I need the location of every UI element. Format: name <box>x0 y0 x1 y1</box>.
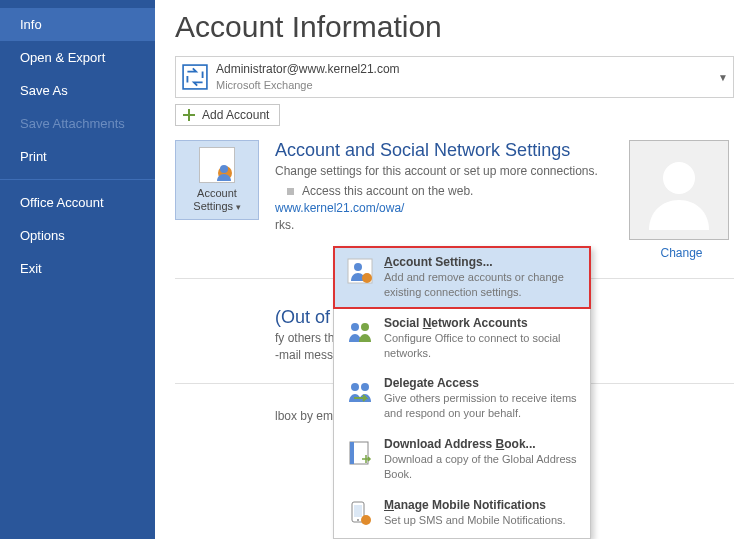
dropdown-item-account[interactable]: Account Settings...Add and remove accoun… <box>334 247 590 308</box>
dropdown-item-desc: Add and remove accounts or change existi… <box>384 270 580 300</box>
section-heading-account-social: Account and Social Network Settings <box>275 140 619 161</box>
sidebar-item-options[interactable]: Options <box>0 219 155 252</box>
sidebar-item-office-account[interactable]: Office Account <box>0 186 155 219</box>
section-desc: Change settings for this account or set … <box>275 163 619 180</box>
svg-point-8 <box>351 383 359 391</box>
sidebar-item-exit[interactable]: Exit <box>0 252 155 285</box>
delegate-icon <box>344 376 376 408</box>
trailing-text-1: rks. <box>275 217 619 234</box>
account-avatar <box>629 140 729 240</box>
dropdown-item-desc: Give others permission to receive items … <box>384 391 580 421</box>
page-title: Account Information <box>175 10 734 44</box>
svg-point-4 <box>354 263 362 271</box>
change-photo-link[interactable]: Change <box>629 246 734 260</box>
account-email: Administrator@www.kernel21.com <box>216 62 713 78</box>
account-type: Microsoft Exchange <box>216 78 713 92</box>
backstage-sidebar: Info Open & Export Save As Save Attachme… <box>0 0 155 539</box>
owa-link[interactable]: www.kernel21.com/owa/ <box>275 200 404 217</box>
sidebar-item-info[interactable]: Info <box>0 8 155 41</box>
dropdown-item-delegate[interactable]: Delegate AccessGive others permission to… <box>334 368 590 429</box>
main-content: Account Information Administrator@www.ke… <box>155 0 754 539</box>
svg-point-1 <box>220 165 228 173</box>
svg-rect-13 <box>354 505 362 517</box>
owa-link-row: www.kernel21.com/owa/ <box>275 198 619 217</box>
svg-point-15 <box>361 515 371 525</box>
dropdown-item-desc: Set up SMS and Mobile Notifications. <box>384 513 566 528</box>
dropdown-item-title: Account Settings... <box>384 255 580 269</box>
exchange-icon <box>182 64 208 90</box>
account-settings-button[interactable]: AccountSettings <box>175 140 259 220</box>
account-settings-glyph <box>199 147 235 183</box>
dropdown-item-title: Social Network Accounts <box>384 316 580 330</box>
account-text: Administrator@www.kernel21.com Microsoft… <box>216 62 713 92</box>
dropdown-item-title: Download Address Book... <box>384 437 580 451</box>
add-account-label: Add Account <box>202 108 269 122</box>
dropdown-item-desc: Download a copy of the Global Address Bo… <box>384 452 580 482</box>
mobile-icon <box>344 498 376 530</box>
svg-point-6 <box>351 323 359 331</box>
svg-point-14 <box>357 519 359 521</box>
account-icon <box>344 255 376 287</box>
svg-point-9 <box>361 383 369 391</box>
addressbook-icon <box>344 437 376 469</box>
dropdown-item-title: Delegate Access <box>384 376 580 390</box>
account-settings-dropdown: Account Settings...Add and remove accoun… <box>333 246 591 539</box>
sidebar-item-open-export[interactable]: Open & Export <box>0 41 155 74</box>
svg-point-7 <box>361 323 369 331</box>
account-dropdown-arrow[interactable]: ▼ <box>713 72 733 83</box>
social-icon <box>344 316 376 348</box>
bullet-web-access: Access this account on the web. <box>275 184 619 198</box>
sidebar-separator <box>0 179 155 180</box>
dropdown-item-social[interactable]: Social Network AccountsConfigure Office … <box>334 308 590 369</box>
bullet-icon <box>287 188 294 195</box>
dropdown-item-desc: Configure Office to connect to social ne… <box>384 331 580 361</box>
svg-point-5 <box>362 273 372 283</box>
dropdown-item-title: Manage Mobile Notifications <box>384 498 566 512</box>
sidebar-item-save-attachments: Save Attachments <box>0 107 155 140</box>
add-account-button[interactable]: Add Account <box>175 104 280 126</box>
sidebar-item-save-as[interactable]: Save As <box>0 74 155 107</box>
svg-rect-11 <box>350 442 354 464</box>
account-settings-caption: AccountSettings <box>193 187 240 213</box>
plus-icon <box>182 108 196 122</box>
dropdown-item-addressbook[interactable]: Download Address Book...Download a copy … <box>334 429 590 490</box>
sidebar-item-print[interactable]: Print <box>0 140 155 173</box>
svg-point-2 <box>663 162 695 194</box>
avatar-placeholder-icon <box>639 150 719 230</box>
account-selector[interactable]: Administrator@www.kernel21.com Microsoft… <box>175 56 734 98</box>
dropdown-item-mobile[interactable]: Manage Mobile NotificationsSet up SMS an… <box>334 490 590 538</box>
